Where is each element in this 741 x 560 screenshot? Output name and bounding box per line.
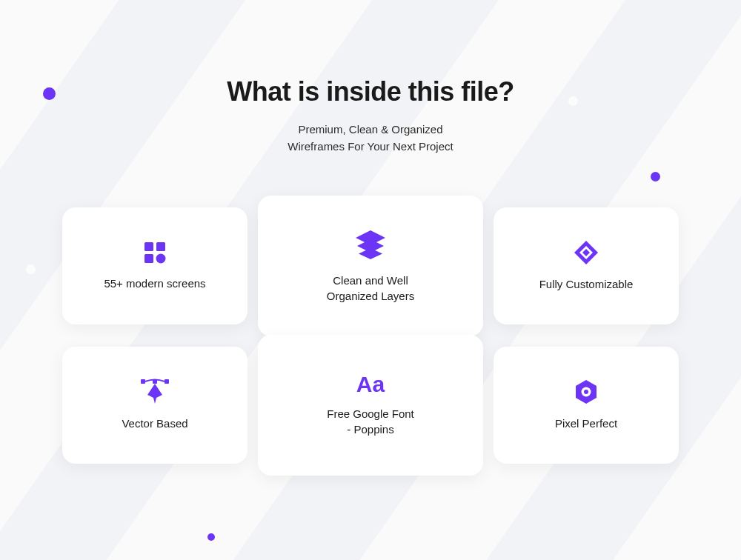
feature-card-font: Aa Free Google Font - Poppins	[258, 335, 483, 476]
subtitle-line: Wireframes For Your Next Project	[0, 138, 741, 155]
svg-rect-2	[144, 254, 153, 263]
decorative-dot	[568, 96, 578, 106]
feature-label: Clean and Well Organized Layers	[327, 273, 414, 304]
grid-icon	[142, 240, 167, 265]
label-line: Clean and Well	[327, 273, 414, 288]
font-glyph: Aa	[356, 373, 385, 396]
feature-label: Pixel Perfect	[555, 416, 617, 431]
decorative-dot	[651, 172, 660, 181]
font-icon: Aa	[356, 373, 385, 396]
diamond-icon	[573, 239, 599, 266]
feature-card-customizable: Fully Customizable	[494, 207, 679, 324]
feature-card-layers: Clean and Well Organized Layers	[258, 196, 483, 336]
svg-rect-9	[153, 379, 157, 384]
section-title: What is inside this file?	[0, 76, 741, 107]
feature-card-screens: 55+ modern screens	[62, 207, 247, 324]
svg-rect-0	[144, 242, 153, 251]
pen-vector-icon	[140, 379, 170, 405]
feature-label: Free Google Font - Poppins	[327, 406, 414, 437]
subtitle-line: Premium, Clean & Organized	[0, 121, 741, 138]
section-subtitle: Premium, Clean & Organized Wireframes Fo…	[0, 121, 741, 156]
feature-card-pixel: Pixel Perfect	[494, 347, 679, 464]
decorative-dot	[43, 87, 56, 100]
decorative-dot	[26, 264, 36, 274]
svg-marker-6	[359, 248, 382, 259]
hexagon-icon	[574, 379, 599, 405]
svg-point-11	[584, 390, 588, 394]
svg-point-3	[156, 254, 166, 264]
feature-grid: 55+ modern screens Clean and Well Organi…	[62, 207, 679, 476]
label-line: Organized Layers	[327, 288, 414, 304]
feature-card-vector: Vector Based	[62, 347, 247, 464]
svg-rect-1	[156, 242, 165, 251]
feature-label: 55+ modern screens	[104, 276, 205, 291]
features-section: What is inside this file? Premium, Clean…	[0, 0, 741, 476]
label-line: - Poppins	[327, 421, 414, 437]
feature-label: Fully Customizable	[539, 276, 634, 292]
svg-rect-7	[141, 379, 145, 384]
layers-icon	[353, 228, 388, 262]
decorative-dot	[207, 533, 215, 541]
label-line: Free Google Font	[327, 406, 414, 421]
svg-rect-8	[165, 379, 169, 384]
feature-label: Vector Based	[122, 416, 187, 431]
